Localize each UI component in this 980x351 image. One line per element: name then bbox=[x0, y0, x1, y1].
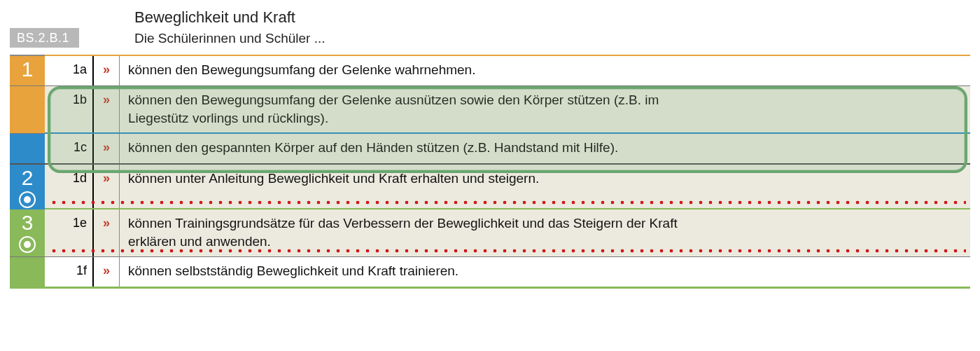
row-code: 1e bbox=[45, 209, 94, 256]
row-code: 1b bbox=[45, 86, 94, 133]
cycle-number: 1 bbox=[22, 56, 34, 80]
subtitle: Die Schülerinnen und Schüler ... bbox=[134, 29, 326, 48]
row-code: 1f bbox=[45, 257, 94, 287]
cycle-number: 2 bbox=[22, 165, 34, 188]
cycle-badge-1: 1 bbox=[10, 56, 45, 85]
cycle-badge-2-start bbox=[10, 134, 45, 163]
cycle-number: 3 bbox=[22, 209, 34, 233]
bullet-icon: » bbox=[94, 56, 120, 85]
table-row: 1c » können den gespannten Körper auf de… bbox=[10, 134, 970, 165]
row-code: 1c bbox=[45, 134, 94, 163]
bullet-icon: » bbox=[94, 134, 120, 163]
row-text: können den Bewegungsumfang der Gelenke a… bbox=[120, 86, 691, 133]
row-text: können unter Anleitung Beweglichkeit und… bbox=[120, 165, 691, 208]
cycle-badge-3-cont bbox=[10, 257, 45, 287]
table-row: 1 1a » können den Bewegungsumfang der Ge… bbox=[10, 56, 970, 86]
bullet-icon: » bbox=[94, 209, 120, 256]
cycle-badge-3: 3 bbox=[10, 209, 45, 256]
competence-table: 1 1a » können den Bewegungsumfang der Ge… bbox=[10, 55, 970, 288]
bullet-icon: » bbox=[94, 165, 120, 208]
table-row: 1b » können den Bewegungsumfang der Gele… bbox=[10, 86, 970, 134]
table-row: 1f » können selbstständig Beweglichkeit … bbox=[10, 257, 970, 289]
cycle-badge-2: 2 bbox=[10, 165, 45, 208]
row-text: können den Bewegungsumfang der Gelenke w… bbox=[120, 56, 691, 85]
competence-code: BS.2.B.1 bbox=[10, 28, 79, 48]
title: Beweglichkeit und Kraft bbox=[134, 7, 326, 28]
table-row: 3 1e » können Trainingsgrundsätze für da… bbox=[10, 209, 970, 257]
cycle-marker-icon bbox=[19, 191, 36, 208]
bullet-icon: » bbox=[94, 86, 120, 133]
cycle-badge-1-cont bbox=[10, 86, 45, 133]
cycle-marker-icon bbox=[19, 236, 36, 253]
row-text: können selbstständig Beweglichkeit und K… bbox=[120, 257, 691, 287]
bullet-icon: » bbox=[94, 257, 120, 287]
row-code: 1a bbox=[45, 56, 94, 85]
row-text: können den gespannten Körper auf den Hän… bbox=[120, 134, 691, 163]
row-code: 1d bbox=[45, 165, 94, 208]
row-text: können Trainingsgrundsätze für das Verbe… bbox=[120, 209, 691, 256]
header: BS.2.B.1 Beweglichkeit und Kraft Die Sch… bbox=[10, 7, 970, 48]
table-row: 2 1d » können unter Anleitung Beweglichk… bbox=[10, 165, 970, 209]
